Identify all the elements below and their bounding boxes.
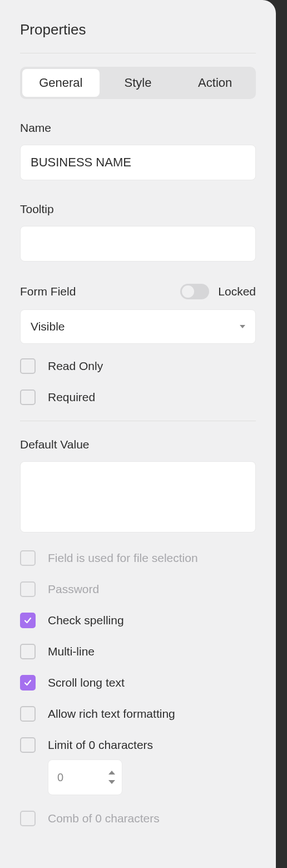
file-selection-checkbox (20, 550, 36, 566)
file-selection-row: Field is used for file selection (20, 550, 256, 566)
properties-panel: Properties General Style Action Name Too… (0, 0, 276, 868)
locked-group: Locked (180, 284, 256, 299)
form-field-label: Form Field (20, 285, 76, 298)
scroll-long-text-row: Scroll long text (20, 675, 256, 691)
read-only-checkbox[interactable] (20, 358, 36, 374)
comb-row: Comb of 0 characters (20, 811, 256, 826)
scroll-long-text-label: Scroll long text (48, 676, 125, 689)
limit-row: Limit of 0 characters (20, 737, 256, 753)
multiline-row: Multi-line (20, 644, 256, 659)
rich-text-checkbox[interactable] (20, 706, 36, 722)
form-field-row: Form Field Locked (20, 284, 256, 299)
scroll-long-text-checkbox[interactable] (20, 675, 36, 691)
check-spelling-row: Check spelling (20, 613, 256, 628)
comb-checkbox (20, 811, 36, 826)
required-row: Required (20, 389, 256, 405)
file-selection-label: Field is used for file selection (48, 551, 198, 565)
read-only-label: Read Only (48, 359, 103, 373)
name-label: Name (20, 121, 256, 135)
name-field-group: Name (20, 121, 256, 180)
tooltip-field-group: Tooltip (20, 203, 256, 262)
visibility-select[interactable]: Visible (20, 309, 256, 344)
limit-checkbox[interactable] (20, 737, 36, 753)
password-label: Password (48, 583, 99, 596)
default-value-group: Default Value (20, 438, 256, 535)
rich-text-row: Allow rich text formatting (20, 706, 256, 722)
comb-label: Comb of 0 characters (48, 812, 160, 825)
password-row: Password (20, 581, 256, 597)
tab-action[interactable]: Action (176, 69, 254, 97)
visibility-value: Visible (31, 320, 65, 333)
locked-toggle[interactable] (180, 284, 209, 299)
required-checkbox[interactable] (20, 389, 36, 405)
divider (20, 53, 256, 53)
tab-general[interactable]: General (22, 69, 100, 97)
limit-label: Limit of 0 characters (48, 738, 153, 752)
divider (20, 421, 256, 421)
multiline-label: Multi-line (48, 645, 95, 658)
default-value-label: Default Value (20, 438, 256, 451)
password-checkbox (20, 581, 36, 597)
limit-stepper[interactable]: 0 (48, 760, 122, 795)
multiline-checkbox[interactable] (20, 644, 36, 659)
check-spelling-label: Check spelling (48, 614, 124, 627)
check-spelling-checkbox[interactable] (20, 613, 36, 628)
tab-style[interactable]: Style (100, 69, 177, 97)
locked-label: Locked (218, 285, 256, 298)
tooltip-label: Tooltip (20, 203, 256, 216)
limit-stepper-value: 0 (57, 771, 63, 784)
default-value-input[interactable] (20, 461, 256, 532)
tab-bar: General Style Action (20, 67, 256, 99)
form-field-group: Form Field Locked Visible Read Only Requ… (20, 284, 256, 405)
toggle-knob (182, 285, 194, 298)
tooltip-input[interactable] (20, 226, 256, 262)
chevron-down-icon (240, 325, 245, 328)
name-input[interactable] (20, 145, 256, 180)
limit-stepper-arrows (108, 771, 115, 784)
rich-text-label: Allow rich text formatting (48, 707, 175, 721)
required-label: Required (48, 391, 95, 404)
limit-stepper-row: 0 (20, 760, 256, 795)
arrow-down-icon[interactable] (108, 780, 115, 784)
arrow-up-icon[interactable] (108, 771, 115, 775)
panel-title: Properties (20, 21, 256, 38)
read-only-row: Read Only (20, 358, 256, 374)
